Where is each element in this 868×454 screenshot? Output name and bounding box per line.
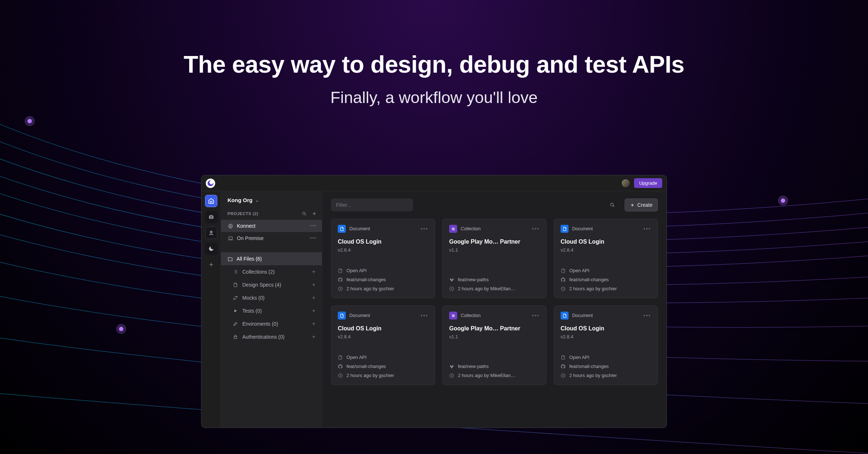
titlebar: Upgrade xyxy=(201,175,667,191)
card-type-label: Collection xyxy=(461,226,481,231)
card-type-label: Document xyxy=(572,313,593,318)
rail-workspace-icon[interactable] xyxy=(205,227,217,239)
card-timestamp: 2 hours ago by gschier xyxy=(569,373,617,378)
filter-input[interactable] xyxy=(331,198,413,211)
card-title: Cloud OS Login xyxy=(561,239,651,245)
project-label: Konnect xyxy=(237,223,255,229)
card-version: v2.8.4 xyxy=(561,334,651,339)
chevron-down-icon: ⌄ xyxy=(255,198,259,203)
card-timestamp: 2 hours ago by MikeEllan… xyxy=(458,373,515,378)
card-title: Google Play Mo… Partner xyxy=(449,325,540,332)
card-timestamp: 2 hours ago by gschier xyxy=(346,373,394,378)
rail-bot-icon[interactable] xyxy=(205,211,217,223)
collection-icon xyxy=(449,225,457,233)
card-more-icon[interactable]: ••• xyxy=(421,313,428,318)
hero-subtitle: Finally, a workflow you'll love xyxy=(0,88,868,107)
card-spec: Open API xyxy=(569,268,590,273)
rail-add-button[interactable] xyxy=(205,258,217,271)
svg-point-0 xyxy=(27,119,32,123)
card-spec: Open API xyxy=(346,268,367,273)
document-icon xyxy=(561,225,569,233)
rail-home-icon[interactable] xyxy=(205,195,217,207)
globe-icon xyxy=(227,223,233,229)
card-more-icon[interactable]: ••• xyxy=(532,226,540,232)
gitlab-icon xyxy=(449,364,455,369)
tree-add-icon[interactable]: + xyxy=(312,269,315,275)
tree-item-label: Design Specs (4) xyxy=(242,282,281,288)
file-icon xyxy=(561,268,566,273)
card-branch: feat/small-changes xyxy=(346,364,386,369)
create-label: Create xyxy=(637,202,652,208)
card-timestamp: 2 hours ago by gschier xyxy=(346,286,394,291)
tree-item-label: Mocks (0) xyxy=(242,295,264,301)
rail-theme-icon[interactable] xyxy=(205,243,217,255)
clock-icon xyxy=(449,373,455,378)
all-files-row[interactable]: All Files (6) xyxy=(221,252,322,265)
tree-add-icon[interactable]: + xyxy=(312,282,315,288)
file-icon xyxy=(338,355,343,360)
card-more-icon[interactable]: ••• xyxy=(643,313,651,318)
tree-item[interactable]: Design Specs (4)+ xyxy=(221,278,322,291)
svg-rect-12 xyxy=(229,237,232,239)
svg-point-9 xyxy=(210,231,212,233)
card-spec: Open API xyxy=(346,355,367,360)
tree-item-label: Tests (0) xyxy=(242,308,262,314)
file-card[interactable]: Document ••• Cloud OS Login v2.8.4 Open … xyxy=(554,305,658,385)
tree-item[interactable]: Collections (2)+ xyxy=(221,265,322,278)
tree-add-icon[interactable]: + xyxy=(312,334,315,340)
file-card[interactable]: Collection ••• Google Play Mo… Partner v… xyxy=(442,219,546,298)
file-icon xyxy=(338,268,343,273)
projects-section-header: PROJECTS (2) xyxy=(221,207,322,220)
svg-point-5 xyxy=(778,196,788,206)
card-more-icon[interactable]: ••• xyxy=(643,226,651,232)
projects-search-icon[interactable] xyxy=(302,211,307,216)
svg-point-14 xyxy=(610,203,613,206)
projects-add-icon[interactable] xyxy=(312,211,317,216)
tree-add-icon[interactable]: + xyxy=(312,308,315,314)
user-avatar[interactable] xyxy=(622,179,630,187)
card-more-icon[interactable]: ••• xyxy=(421,226,428,232)
file-card[interactable]: Collection ••• Google Play Mo… Partner v… xyxy=(442,305,546,385)
card-type-label: Collection xyxy=(461,313,481,318)
card-more-icon[interactable]: ••• xyxy=(532,313,540,318)
card-branch: feat/small-changes xyxy=(569,364,609,369)
projects-header-label: PROJECTS (2) xyxy=(227,211,258,216)
tree-item[interactable]: Enviroments (0)+ xyxy=(221,317,322,330)
tree-add-icon[interactable]: + xyxy=(312,321,315,327)
search-icon[interactable] xyxy=(609,202,615,208)
org-switcher[interactable]: Kong Org ⌄ xyxy=(221,191,322,207)
card-version: v2.8.4 xyxy=(338,334,428,339)
all-files-label: All Files (6) xyxy=(237,256,262,262)
lock-icon xyxy=(233,334,238,339)
card-type-label: Document xyxy=(572,226,593,231)
card-branch: feat/new-paths xyxy=(458,364,489,369)
file-card[interactable]: Document ••• Cloud OS Login v2.8.4 Open … xyxy=(554,219,658,298)
clock-icon xyxy=(561,286,566,291)
create-button[interactable]: Create xyxy=(625,198,658,211)
tree-item[interactable]: Tests (0)+ xyxy=(221,304,322,317)
svg-point-2 xyxy=(119,327,123,331)
github-icon xyxy=(338,277,343,282)
project-more-icon[interactable]: ••• xyxy=(310,223,317,228)
edit-icon xyxy=(233,321,238,326)
file-card[interactable]: Document ••• Cloud OS Login v2.8.4 Open … xyxy=(331,219,435,298)
project-more-icon[interactable]: ••• xyxy=(310,236,317,241)
tree-add-icon[interactable]: + xyxy=(312,295,315,301)
clock-icon xyxy=(338,286,343,291)
gitlab-icon xyxy=(449,277,455,282)
card-branch: feat/small-changes xyxy=(569,277,609,282)
tree-item[interactable]: Mocks (0)+ xyxy=(221,291,322,304)
play-icon xyxy=(233,308,238,313)
file-icon xyxy=(233,282,238,287)
project-item[interactable]: On Premise••• xyxy=(221,232,322,244)
github-icon xyxy=(338,364,343,369)
upgrade-button[interactable]: Upgrade xyxy=(634,178,662,188)
card-timestamp: 2 hours ago by MikeEllan… xyxy=(458,286,515,291)
document-icon xyxy=(338,225,346,233)
file-card[interactable]: Document ••• Cloud OS Login v2.8.4 Open … xyxy=(331,305,435,385)
card-title: Cloud OS Login xyxy=(561,325,651,332)
tree-item[interactable]: Authentications (0)+ xyxy=(221,330,322,343)
project-item[interactable]: Konnect••• xyxy=(221,220,322,232)
file-icon xyxy=(561,355,566,360)
svg-point-4 xyxy=(781,198,785,203)
